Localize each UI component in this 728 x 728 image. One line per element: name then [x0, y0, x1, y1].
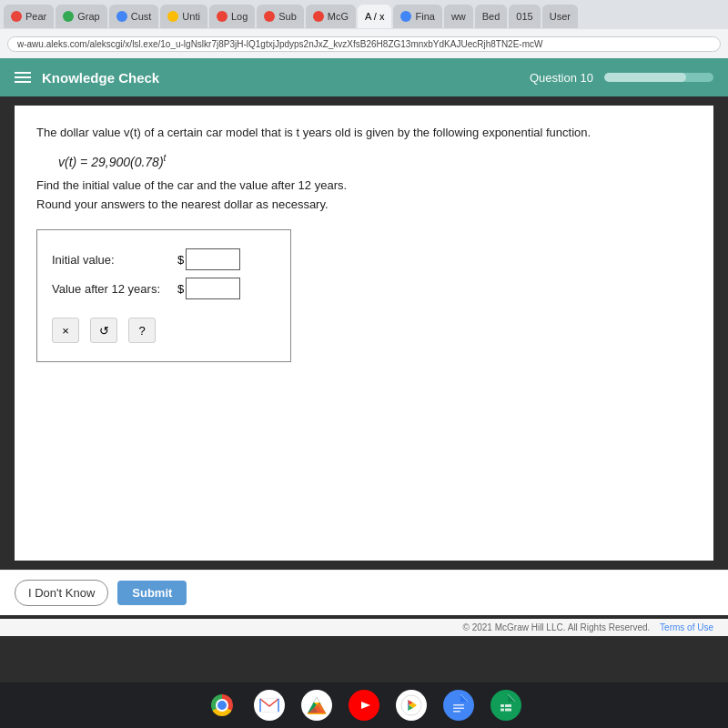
submit-button[interactable]: Submit [117, 581, 187, 605]
help-button[interactable]: ? [128, 318, 156, 343]
taskbar-chrome-icon[interactable] [207, 690, 238, 721]
initial-value-row: Initial value: $ [52, 248, 276, 270]
answer-box: Initial value: $ Value after 12 years: $… [36, 229, 291, 362]
initial-dollar-sign: $ [177, 253, 184, 267]
action-buttons: × ↺ ? [52, 310, 276, 350]
initial-value-input[interactable] [186, 248, 240, 270]
hamburger-menu[interactable] [15, 72, 31, 83]
page-title: Knowledge Check [42, 70, 159, 86]
after-12-row: Value after 12 years: $ [52, 278, 276, 299]
svg-rect-15 [505, 704, 511, 707]
taskbar-files-icon[interactable] [443, 690, 474, 721]
terms-link[interactable]: Terms of Use [660, 622, 713, 632]
footer: © 2021 McGraw Hill LLC. All Rights Reser… [0, 619, 728, 636]
taskbar-drive-icon[interactable] [301, 690, 332, 721]
tab-mcg[interactable]: McG [306, 5, 356, 28]
undo-button[interactable]: ↺ [90, 318, 117, 343]
taskbar-playstore-icon[interactable] [396, 690, 427, 721]
problem-description: The dollar value v(t) of a certain car m… [36, 124, 692, 143]
browser-chrome: Pear Grap Cust Unti Log Sub McG A / x [0, 0, 728, 58]
svg-rect-12 [453, 711, 460, 713]
tab-user[interactable]: User [542, 5, 578, 28]
tab-unti[interactable]: Unti [160, 5, 207, 28]
taskbar-youtube-icon[interactable] [349, 690, 379, 721]
copyright-text: © 2021 McGraw Hill LLC. All Rights Reser… [463, 622, 651, 632]
after-12-input-wrapper: $ [177, 278, 240, 299]
after-12-dollar-sign: $ [177, 282, 184, 296]
aleks-header: Knowledge Check Question 10 [0, 58, 728, 96]
dont-know-button[interactable]: I Don't Know [15, 580, 108, 606]
tab-bed[interactable]: Bed [475, 5, 508, 28]
taskbar-sheets-icon[interactable] [490, 690, 521, 721]
tab-ww[interactable]: ww [444, 5, 473, 28]
tab-pear[interactable]: Pear [4, 5, 54, 28]
tab-active[interactable]: A / x [358, 5, 391, 28]
bottom-bar: I Don't Know Submit [0, 570, 728, 615]
taskbar [0, 682, 728, 728]
header-right: Question 10 [530, 71, 713, 85]
formula-exponent: t [164, 154, 167, 164]
math-formula: v(t) = 29,900(0.78)t [58, 154, 692, 170]
svg-rect-17 [505, 709, 511, 712]
initial-value-label: Initial value: [52, 253, 170, 267]
svg-rect-16 [500, 709, 504, 712]
tab-sub[interactable]: Sub [257, 5, 304, 28]
page-content: The dollar value v(t) of a certain car m… [15, 106, 713, 561]
progress-bar [604, 73, 713, 82]
clear-button[interactable]: × [52, 318, 79, 343]
progress-bar-fill [604, 73, 686, 82]
tab-cust[interactable]: Cust [109, 5, 159, 28]
header-left: Knowledge Check [15, 70, 159, 86]
tab-bar: Pear Grap Cust Unti Log Sub McG A / x [0, 0, 728, 29]
svg-rect-11 [453, 708, 464, 710]
tab-fina[interactable]: Fina [393, 5, 441, 28]
after-12-label: Value after 12 years: [52, 282, 170, 296]
tab-grap[interactable]: Grap [56, 5, 106, 28]
address-bar[interactable]: w-awu.aleks.com/alekscgi/x/lsl.exe/1o_u-… [7, 36, 721, 52]
after-12-value-input[interactable] [186, 278, 240, 299]
initial-input-wrapper: $ [177, 248, 240, 270]
question-label: Question 10 [530, 71, 593, 85]
address-bar-row: w-awu.aleks.com/alekscgi/x/lsl.exe/1o_u-… [0, 29, 728, 58]
svg-rect-14 [500, 704, 504, 707]
instructions: Find the initial value of the car and th… [36, 177, 692, 215]
svg-rect-10 [453, 704, 464, 706]
tab-015[interactable]: 015 [509, 5, 540, 28]
taskbar-gmail-icon[interactable] [254, 690, 285, 721]
tab-log[interactable]: Log [209, 5, 255, 28]
